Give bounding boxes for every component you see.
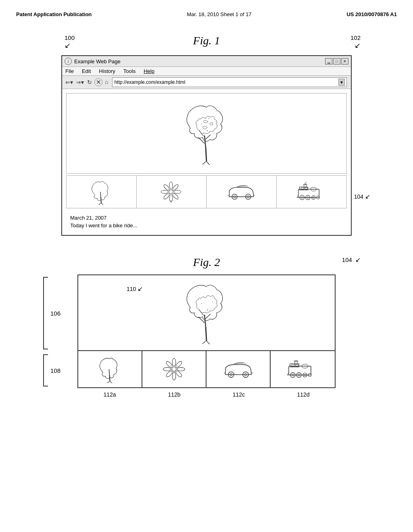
- fig2-label-row: Fig. 2 104 ↙: [16, 256, 397, 269]
- thumbnail-train[interactable]: [277, 176, 347, 208]
- fig2-thumb-tree[interactable]: [78, 351, 142, 387]
- ref-106-label: 106: [50, 310, 60, 317]
- browser-menu-bar: File Edit History Tools Help: [62, 67, 351, 76]
- address-bar[interactable]: http://example.com/example.html ▼: [112, 77, 347, 87]
- fig2-label-a: 112a: [77, 391, 142, 398]
- fig2-tree-image: [174, 278, 239, 347]
- svg-point-8: [209, 118, 209, 119]
- thumbnail-tree-image: [88, 179, 115, 205]
- thumbnail-tree[interactable]: [67, 176, 137, 208]
- fig2-thumb-tree-image: [96, 354, 124, 384]
- svg-point-60: [172, 367, 176, 371]
- stop-button[interactable]: ✕: [94, 78, 102, 86]
- svg-point-51: [207, 310, 208, 310]
- close-button[interactable]: ✕: [341, 58, 348, 64]
- svg-rect-77: [295, 362, 297, 365]
- tree-image: [178, 99, 235, 168]
- main-image-area: [66, 93, 347, 174]
- fig2-section: Fig. 2 104 ↙ 106 108: [16, 256, 397, 398]
- fig2-thumb-train-image: [287, 357, 319, 381]
- thumbnail-car[interactable]: [206, 176, 277, 208]
- svg-line-10: [206, 162, 210, 165]
- fig2-thumbnail-row: [77, 351, 336, 388]
- svg-line-57: [109, 369, 109, 374]
- refresh-button[interactable]: ↻: [86, 79, 93, 86]
- thumbnail-row: [66, 175, 347, 208]
- fig2-label-c: 112c: [206, 391, 271, 398]
- fig2-thumb-car-image: [222, 358, 254, 380]
- ref-104-label: 104 ↙: [354, 193, 370, 200]
- minimize-button[interactable]: ▁: [325, 58, 332, 64]
- bracket-106-container: 106: [43, 274, 60, 352]
- fig1-label-row: 100 ↙ Fig. 1 102 ↙: [16, 34, 397, 47]
- fig2-thumb-flower[interactable]: [142, 351, 206, 387]
- browser-title-text: Example Web Page: [74, 58, 121, 64]
- browser-title-bar: i Example Web Page ▁ □ ✕: [62, 56, 351, 67]
- svg-line-46: [206, 327, 206, 341]
- fig2-thumb-train[interactable]: [271, 351, 335, 387]
- svg-point-62: [172, 372, 176, 380]
- bracket-108-line: [43, 354, 48, 387]
- browser-content: 104 ↙ March 21, 2007 Today I went for a …: [62, 89, 351, 235]
- thumbnail-row-container: 104 ↙: [66, 175, 347, 208]
- browser-window: i Example Web Page ▁ □ ✕ File Edit Histo…: [61, 55, 352, 236]
- fig2-thumb-car[interactable]: [206, 351, 271, 387]
- thumbnail-flower-image: [158, 179, 184, 205]
- patent-header-right: US 2010/0070876 A1: [346, 11, 397, 17]
- browser-toolbar: ⇐▾ ⇒▾ ↻ ✕ ⌂ http://example.com/example.h…: [62, 76, 351, 89]
- svg-point-63: [163, 367, 171, 371]
- menu-edit[interactable]: Edit: [82, 68, 91, 74]
- back-button[interactable]: ⇐▾: [65, 79, 74, 86]
- svg-point-21: [172, 183, 179, 191]
- forward-button[interactable]: ⇒▾: [75, 79, 85, 86]
- menu-history[interactable]: History: [99, 68, 115, 74]
- svg-point-7: [212, 122, 213, 123]
- browser-window-controls[interactable]: ▁ □ ✕: [325, 58, 348, 64]
- svg-point-65: [165, 360, 173, 368]
- thumbnail-car-image: [226, 182, 257, 202]
- svg-line-1: [204, 135, 206, 148]
- svg-line-54: [202, 341, 206, 344]
- svg-point-20: [163, 183, 170, 191]
- patent-header: Patent Application Publication Mar. 18, …: [16, 8, 397, 22]
- svg-point-64: [177, 367, 185, 371]
- svg-line-12: [100, 192, 101, 197]
- home-button[interactable]: ⌂: [104, 79, 109, 85]
- address-bar-text: http://example.com/example.html: [114, 79, 338, 85]
- ref-108-label: 108: [50, 367, 60, 374]
- fig2-thumb-flower-image: [160, 354, 188, 384]
- svg-point-18: [161, 190, 168, 193]
- svg-rect-33: [304, 185, 307, 188]
- ref-100-label: 100 ↙: [65, 34, 75, 50]
- svg-point-52: [201, 303, 202, 304]
- svg-point-16: [169, 182, 173, 189]
- date-text: March 21, 2007: [70, 215, 343, 221]
- svg-line-55: [206, 341, 210, 344]
- body-text: Today I went for a bike ride...: [70, 222, 343, 229]
- fig2-label-b: 112b: [142, 391, 206, 398]
- patent-header-left: Patent Application Publication: [16, 11, 92, 17]
- svg-point-61: [172, 358, 176, 366]
- svg-point-5: [207, 130, 208, 131]
- svg-line-13: [99, 203, 101, 205]
- fig2-bottom-labels: 112a 112b 112c 112d: [77, 391, 336, 398]
- fig2-label-d: 112d: [271, 391, 336, 398]
- svg-point-6: [201, 124, 202, 125]
- thumbnail-flower[interactable]: [137, 176, 207, 208]
- maximize-button[interactable]: □: [333, 58, 340, 64]
- svg-line-0: [206, 148, 206, 162]
- svg-point-15: [169, 190, 173, 194]
- bracket-106-line: [43, 277, 48, 349]
- menu-tools[interactable]: Tools: [123, 68, 136, 74]
- bracket-108-container: 108: [43, 352, 60, 389]
- address-dropdown-button[interactable]: ▼: [338, 79, 345, 86]
- svg-point-53: [212, 301, 213, 302]
- svg-line-49: [205, 314, 211, 319]
- svg-line-58: [107, 381, 109, 383]
- menu-file[interactable]: File: [65, 68, 74, 74]
- fig2-main-image-area: 110 ↙: [77, 274, 336, 351]
- fig1-title: Fig. 1: [193, 34, 220, 47]
- menu-help[interactable]: Help: [144, 68, 154, 74]
- fig2-content: 106 108 110 ↙: [77, 274, 336, 398]
- browser-title-left: i Example Web Page: [65, 58, 121, 65]
